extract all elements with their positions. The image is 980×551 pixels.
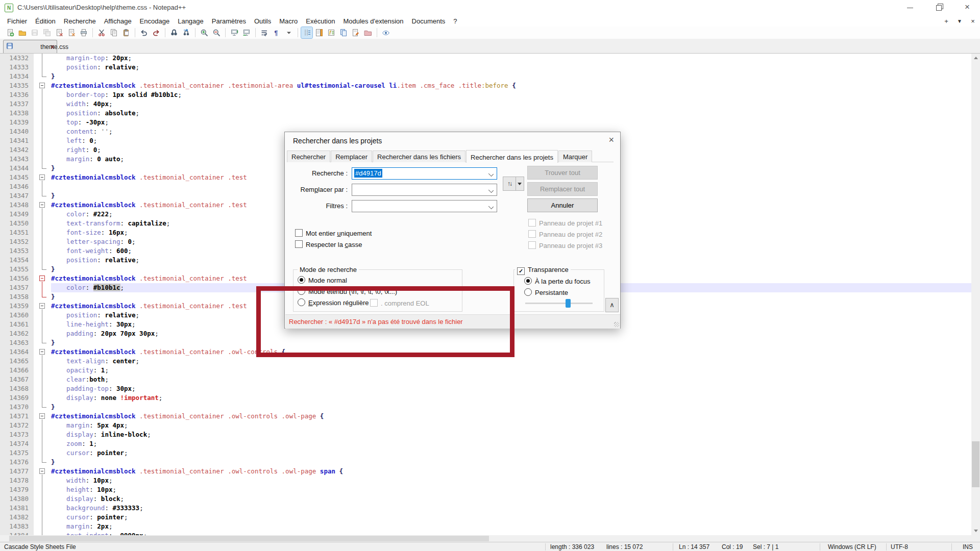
zoom-in-icon[interactable]	[199, 27, 210, 38]
print-icon[interactable]	[78, 27, 89, 38]
code-line[interactable]: clear:both;	[51, 375, 109, 384]
transparency-checkbox[interactable]: ✓Transparence	[515, 266, 571, 275]
dialog-tab-marquer[interactable]: Marquer	[558, 151, 592, 162]
code-line[interactable]: display: none !important;	[51, 393, 162, 403]
swap-search-replace-button[interactable]: ↑↓	[503, 177, 516, 191]
horizontal-scroll-thumb[interactable]	[9, 536, 489, 541]
dialog-close-icon[interactable]: ×	[608, 135, 614, 144]
copy-icon[interactable]	[108, 27, 119, 38]
close-button[interactable]: ×	[955, 0, 979, 15]
code-line[interactable]: margin: 5px 4px;	[51, 421, 128, 430]
dialog-tab-rechercher-dans-les-fichiers[interactable]: Rechercher dans les fichiers	[373, 151, 465, 162]
code-line[interactable]: letter-spacing: 0;	[51, 237, 136, 246]
code-line[interactable]: position: relative;	[51, 256, 139, 265]
code-line[interactable]: text-transform: capitalize;	[51, 219, 170, 228]
menu-fichier[interactable]: Fichier	[3, 16, 31, 26]
project-panel-1-checkbox[interactable]: Panneau de projet #1	[528, 219, 602, 227]
menu-macro[interactable]: Macro	[275, 16, 302, 26]
code-line[interactable]: font-weight: 600;	[51, 246, 132, 256]
code-line[interactable]: }	[51, 403, 55, 412]
fold-collapse-icon[interactable]	[34, 173, 51, 182]
replace-all-button[interactable]: Remplacer tout	[527, 182, 598, 196]
code-line[interactable]: }	[51, 265, 55, 274]
dialog-tab-remplacer[interactable]: Remplacer	[331, 151, 372, 162]
menu-ex-cution[interactable]: Exécution	[302, 16, 339, 26]
code-line[interactable]: position: relative;	[51, 63, 139, 72]
code-line[interactable]: }	[51, 292, 55, 302]
code-line[interactable]: text-indent: -9999px;	[51, 531, 147, 535]
close-file-icon[interactable]	[54, 27, 65, 38]
project-panel-2-checkbox[interactable]: Panneau de projet #2	[528, 230, 602, 238]
zoom-out-icon[interactable]	[211, 27, 222, 38]
code-line[interactable]: #cztestimonialcmsblock .testimonial_cont…	[51, 81, 516, 90]
new-file-icon[interactable]	[5, 27, 16, 38]
maximize-button[interactable]	[927, 0, 950, 15]
chevron-down-icon[interactable]	[488, 204, 494, 209]
cut-icon[interactable]	[96, 27, 107, 38]
word-wrap-icon[interactable]	[259, 27, 270, 38]
menu-encodage[interactable]: Encodage	[136, 16, 174, 26]
fold-collapse-icon[interactable]	[34, 412, 51, 421]
code-line[interactable]: #cztestimonialcmsblock .testimonial_cont…	[51, 173, 247, 182]
project-panel-icon[interactable]	[350, 27, 361, 38]
code-line[interactable]: }	[51, 338, 55, 347]
whole-word-checkbox[interactable]: Mot entier uniquement	[295, 229, 372, 237]
dialog-tab-rechercher-dans-les-projets[interactable]: Rechercher dans les projets	[466, 150, 558, 163]
code-line[interactable]: position: relative;	[51, 311, 139, 320]
transparency-slider-thumb[interactable]	[566, 299, 571, 308]
code-line[interactable]: position: absolute;	[51, 109, 139, 118]
code-line[interactable]: padding: 20px 70px 30px;	[51, 329, 159, 338]
tab-theme-css[interactable]: theme.css ×	[3, 40, 57, 53]
vertical-scroll-thumb[interactable]	[972, 441, 979, 487]
code-line[interactable]: left: 0;	[51, 136, 97, 145]
fold-collapse-icon[interactable]	[34, 274, 51, 283]
document-list-icon[interactable]	[338, 27, 349, 38]
code-line[interactable]: #cztestimonialcmsblock .testimonial_cont…	[51, 302, 247, 311]
code-line[interactable]: }	[51, 191, 55, 201]
code-line[interactable]: cursor: pointer;	[51, 513, 128, 522]
collapse-dialog-button[interactable]: ∧	[605, 298, 619, 312]
vertical-scrollbar[interactable]	[971, 54, 980, 535]
code-line[interactable]: content: '';	[51, 127, 112, 136]
project-panel-3-checkbox[interactable]: Panneau de projet #3	[528, 241, 602, 249]
new-tab-icon[interactable]: +	[942, 17, 950, 25]
status-eol-format[interactable]: Windows (CR LF)	[828, 543, 876, 550]
code-line[interactable]: height: 10px;	[51, 485, 116, 494]
code-line[interactable]: text-align: center;	[51, 357, 139, 366]
close-all-icon[interactable]	[66, 27, 77, 38]
scroll-up-arrow-icon[interactable]	[971, 54, 980, 62]
scroll-down-arrow-icon[interactable]	[971, 527, 980, 535]
menu-param-tres[interactable]: Paramètres	[208, 16, 250, 26]
menu-outils[interactable]: Outils	[250, 16, 275, 26]
code-line[interactable]: }	[51, 72, 55, 81]
sync-horizontal-icon[interactable]	[241, 27, 252, 38]
menu-affichage[interactable]: Affichage	[100, 16, 136, 26]
fold-collapse-icon[interactable]	[34, 347, 51, 357]
transparency-on-focus-loss-radio[interactable]: À la perte du focus	[524, 277, 590, 285]
menu--dition[interactable]: Édition	[31, 16, 60, 26]
close-tab-icon[interactable]: ×	[969, 17, 977, 25]
find-icon[interactable]	[168, 27, 180, 38]
code-line[interactable]: border-top: 1px solid #b10b1c;	[51, 90, 182, 99]
menu-recherche[interactable]: Recherche	[60, 16, 100, 26]
mode-regex-radio[interactable]: Expression régulière	[298, 298, 369, 307]
mode-extended-radio[interactable]: Mode étendu (\n, \r, \t, \0, \x...)	[298, 287, 397, 295]
show-symbols-icon[interactable]: ¶	[271, 27, 282, 38]
code-line[interactable]: margin-top: 20px;	[51, 54, 132, 63]
menu-?[interactable]: ?	[449, 16, 461, 26]
dropdown-icon[interactable]	[283, 27, 295, 38]
horizontal-scrollbar[interactable]	[0, 535, 980, 542]
redo-icon[interactable]	[151, 27, 162, 38]
paste-icon[interactable]	[120, 27, 132, 38]
tab-list-icon[interactable]: ▼	[955, 18, 964, 24]
status-insert-mode[interactable]: INS	[963, 543, 973, 550]
fold-collapse-icon[interactable]	[34, 201, 51, 210]
find-all-button[interactable]: Trouver tout	[527, 166, 598, 180]
code-line[interactable]: padding-top: 30px;	[51, 384, 136, 393]
code-line[interactable]: color: #b10b1c;	[51, 283, 124, 292]
code-line[interactable]: zoom: 1;	[51, 439, 97, 448]
search-combobox[interactable]: #d4917d	[352, 167, 497, 180]
code-line[interactable]: display: block;	[51, 494, 124, 504]
code-line[interactable]: #cztestimonialcmsblock .testimonial_cont…	[51, 274, 247, 283]
save-icon[interactable]	[29, 27, 40, 38]
